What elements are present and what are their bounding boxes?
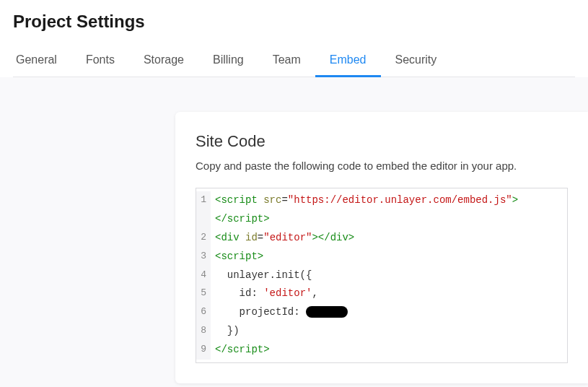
code-content: <script>: [211, 248, 567, 266]
tab-embed[interactable]: Embed: [315, 46, 381, 77]
embed-code-block[interactable]: 1<script src="https://editor.unlayer.com…: [196, 188, 568, 363]
tab-team[interactable]: Team: [258, 46, 315, 77]
code-line: 4 unlayer.init({: [196, 266, 567, 285]
tab-storage[interactable]: Storage: [129, 46, 198, 77]
code-content: </script>: [211, 210, 567, 229]
line-number: 3: [196, 248, 211, 266]
line-number: 5: [196, 284, 211, 303]
line-number: [196, 210, 211, 229]
card-title: Site Code: [196, 132, 568, 151]
site-code-card: Site Code Copy and paste the following c…: [175, 112, 588, 383]
tab-billing[interactable]: Billing: [198, 46, 258, 77]
code-line: 9</script>: [196, 341, 567, 360]
code-content: </script>: [211, 341, 567, 360]
code-line: 2<div id="editor"></div>: [196, 229, 567, 248]
line-number: 2: [196, 229, 211, 248]
line-number: 6: [196, 303, 211, 322]
line-number: 9: [196, 341, 211, 360]
code-line: 6 projectId:: [196, 303, 567, 322]
tab-security[interactable]: Security: [381, 46, 452, 77]
code-content: id: 'editor',: [211, 284, 567, 303]
page-title: Project Settings: [13, 12, 575, 32]
line-number: 1: [196, 191, 211, 210]
content-area: Site Code Copy and paste the following c…: [0, 77, 588, 383]
tabs: General Fonts Storage Billing Team Embed…: [13, 46, 575, 77]
code-line: </script>: [196, 210, 567, 229]
line-number: 4: [196, 266, 211, 285]
code-content: <script src="https://editor.unlayer.com/…: [211, 191, 567, 210]
tab-fonts[interactable]: Fonts: [71, 46, 129, 77]
code-content: projectId:: [211, 303, 567, 322]
tab-general[interactable]: General: [13, 46, 71, 77]
code-content: unlayer.init({: [211, 266, 567, 285]
code-line: 8 }): [196, 322, 567, 341]
code-line: 5 id: 'editor',: [196, 284, 567, 303]
code-line: 3<script>: [196, 248, 567, 266]
code-content: }): [211, 322, 567, 341]
code-content: <div id="editor"></div>: [211, 229, 567, 248]
header: Project Settings General Fonts Storage B…: [0, 0, 588, 77]
card-description: Copy and paste the following code to emb…: [196, 158, 568, 173]
code-line: 1<script src="https://editor.unlayer.com…: [196, 191, 567, 210]
line-number: 8: [196, 322, 211, 341]
redacted-value: [306, 306, 348, 318]
